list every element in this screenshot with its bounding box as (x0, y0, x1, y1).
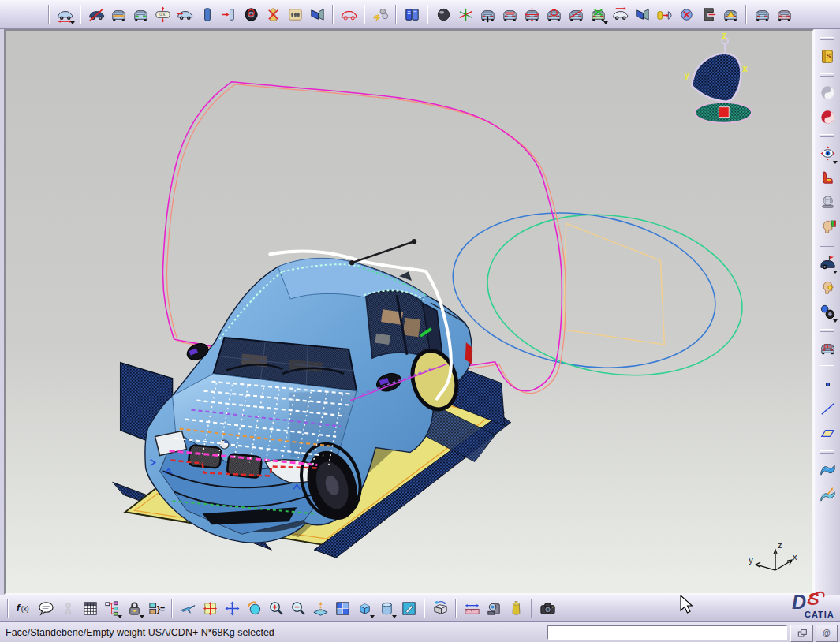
capture-image-button[interactable] (536, 597, 558, 620)
regulation-plate-button[interactable]: U.S. (151, 3, 174, 26)
wheel-ball-joint-button[interactable] (816, 300, 838, 324)
fly-icon (179, 599, 197, 618)
manikin-ghost-button[interactable] (57, 597, 79, 620)
rotate-view-button[interactable] (243, 597, 265, 620)
update-active-button[interactable] (816, 105, 838, 129)
vehicle-dimension-setup-button[interactable] (54, 3, 76, 26)
3d-viewport-canvas[interactable]: z y x z x y (6, 31, 812, 593)
dropdown-arrow-icon[interactable] (370, 615, 375, 618)
axis-directions-button[interactable] (454, 3, 476, 26)
camera-icon (539, 599, 557, 618)
svg-text:S: S (826, 52, 831, 60)
rear-view-down-button[interactable] (476, 3, 498, 26)
dropdown-arrow-icon[interactable] (70, 21, 75, 24)
rear-config-a-button[interactable] (751, 3, 773, 26)
fly-mode-button[interactable] (177, 597, 199, 620)
cylarrow-icon (655, 6, 674, 24)
manikin-dome-button[interactable] (816, 190, 838, 215)
wiper-sweep-button[interactable] (587, 3, 609, 26)
rear-wiper-cross-button[interactable] (521, 3, 543, 26)
fit-all-in-button[interactable] (199, 597, 221, 620)
pan-view-button[interactable] (221, 597, 243, 620)
cylinder-probe-button[interactable] (653, 3, 675, 26)
spec-binder-button[interactable] (401, 3, 423, 26)
measure-inertia-button[interactable] (483, 597, 505, 620)
dropdown-arrow-icon[interactable] (603, 21, 608, 24)
knowledge-mail-button[interactable]: @ (816, 625, 838, 642)
front-lighting-zone-button[interactable] (129, 3, 151, 26)
toolbar-separator (424, 599, 425, 618)
dropdown-arrow-icon[interactable] (140, 615, 144, 618)
wheel-icon (242, 6, 260, 24)
lock-update-button[interactable] (123, 597, 145, 620)
car-rear-icon (722, 6, 740, 24)
vehicle-wheel-target-button[interactable] (816, 251, 838, 275)
wheel-envelope-button[interactable] (240, 3, 262, 26)
side-sight-line-button[interactable] (609, 3, 631, 26)
apply-material-button[interactable] (505, 597, 527, 620)
iso-view-button[interactable] (353, 597, 375, 620)
mirror-plane-check-button[interactable] (631, 3, 653, 26)
surface-tool-button[interactable] (816, 457, 838, 482)
mirror-vision-button[interactable] (306, 3, 328, 26)
ball-joint-check-button[interactable] (675, 3, 697, 26)
point-tool-button[interactable] (816, 372, 838, 397)
acoustic-head-button[interactable] (816, 275, 838, 300)
product-structure-button[interactable] (101, 597, 123, 620)
design-table-button[interactable] (79, 597, 101, 620)
catalog-browser-button[interactable] (429, 597, 451, 620)
wheel-clearance-button[interactable] (85, 3, 107, 26)
measure-between-button[interactable] (461, 597, 483, 620)
car-rear-icon (501, 6, 519, 24)
dropdown-arrow-icon[interactable] (833, 161, 838, 164)
head-icon (819, 218, 837, 236)
hide-show-button[interactable] (398, 597, 420, 620)
command-input[interactable] (547, 625, 787, 640)
eye-icon (819, 144, 837, 162)
pedal-plate-button[interactable] (284, 3, 306, 26)
comfort-gauge-head-button[interactable] (816, 215, 838, 239)
power-input-toggle-button[interactable] (790, 625, 813, 642)
rear-window-zone-button[interactable] (498, 3, 521, 26)
formula-fx-button[interactable]: f(x) (13, 597, 35, 620)
dummy-exclusion-button[interactable] (262, 3, 284, 26)
vision-eye-button[interactable] (816, 141, 838, 166)
viewport-frame: z y x z x y (4, 29, 814, 595)
rear-config-b-button[interactable] (773, 3, 795, 26)
annotation-bubble-button[interactable] (35, 597, 57, 620)
zoom-out-button[interactable] (287, 597, 309, 620)
car-side-icon (176, 6, 194, 24)
surfacearrow-icon (819, 485, 837, 503)
render-style-button[interactable] (375, 597, 398, 620)
seat-posture-button[interactable] (816, 166, 838, 190)
impact-spark-button[interactable] (369, 3, 391, 26)
vehicle-silhouette-button[interactable] (338, 3, 360, 26)
line-tool-button[interactable] (816, 397, 838, 421)
rear-sight-line-button[interactable] (565, 3, 587, 26)
car-rear-icon (545, 6, 563, 24)
dropdown-arrow-icon[interactable] (833, 319, 838, 323)
rear-bumper-zone-button[interactable] (107, 3, 129, 26)
compass-handle[interactable] (719, 107, 729, 118)
car-roof-check-button[interactable] (816, 336, 838, 360)
dropdown-arrow-icon[interactable] (118, 615, 122, 618)
car-rear-icon (523, 6, 541, 24)
dropdown-arrow-icon[interactable] (833, 271, 838, 274)
door-panel-button[interactable] (196, 3, 218, 26)
dropdown-arrow-icon[interactable] (392, 615, 397, 618)
rear-warning-zone-button[interactable] (719, 3, 741, 26)
multi-view-button[interactable] (331, 597, 353, 620)
parameters-set-button[interactable]: }= (145, 597, 167, 620)
pillar-obstruction-button[interactable] (218, 3, 240, 26)
surface-extrapolate-button[interactable] (816, 482, 838, 506)
plane-tool-button[interactable] (816, 421, 838, 446)
rear-zone-circle-button[interactable] (543, 3, 565, 26)
normal-view-button[interactable] (309, 597, 331, 620)
rotate-icon (245, 599, 263, 618)
standards-book-button[interactable]: S (816, 44, 838, 69)
zoom-in-button[interactable] (265, 597, 287, 620)
update-link-button[interactable] (816, 80, 838, 105)
headlamp-sphere-button[interactable] (432, 3, 454, 26)
approach-angle-front-button[interactable] (174, 3, 196, 26)
clamp-gauge-button[interactable] (697, 3, 719, 26)
